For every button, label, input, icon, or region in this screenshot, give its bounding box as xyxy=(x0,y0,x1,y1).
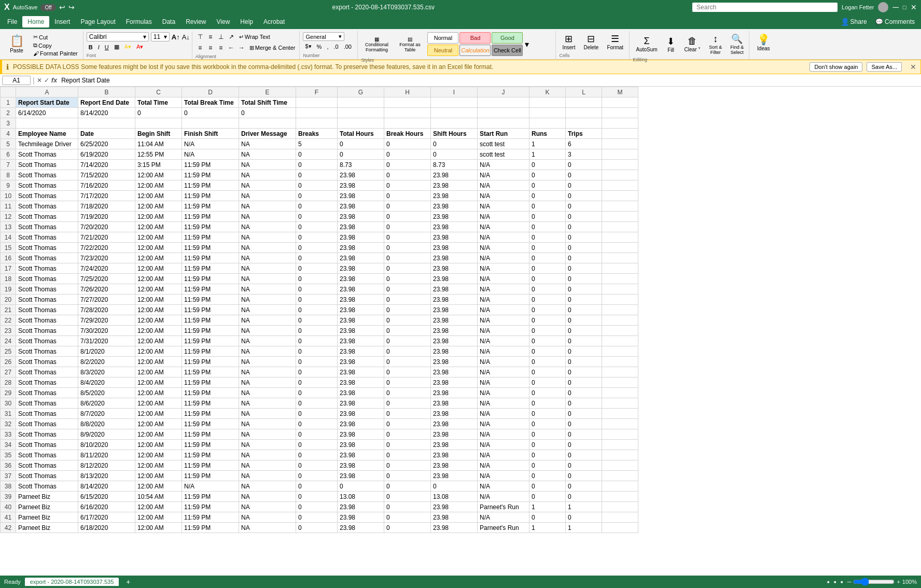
cell[interactable]: 0 xyxy=(566,201,602,212)
cell[interactable]: 12:00 AM xyxy=(135,398,182,409)
cell[interactable]: 0 xyxy=(296,232,338,243)
cell[interactable]: 11:59 PM xyxy=(182,398,239,409)
cell[interactable]: Break Hours xyxy=(384,129,431,139)
cell[interactable]: 8/10/2020 xyxy=(78,440,135,450)
cell[interactable]: 23.98 xyxy=(338,326,384,336)
cell[interactable]: 23.98 xyxy=(338,274,384,284)
cell[interactable]: 23.98 xyxy=(338,388,384,398)
search-input[interactable] xyxy=(692,3,838,12)
cell[interactable]: 0 xyxy=(566,388,602,398)
cell[interactable]: 0 xyxy=(384,284,431,295)
cell[interactable]: 0 xyxy=(529,460,566,471)
cell[interactable]: 0 xyxy=(529,357,566,367)
cell[interactable]: 8.73 xyxy=(431,160,478,170)
cell[interactable] xyxy=(16,118,78,129)
cell[interactable]: 11:59 PM xyxy=(182,212,239,222)
cell[interactable]: 23.98 xyxy=(431,471,478,481)
cell[interactable] xyxy=(296,97,338,108)
cell[interactable]: NA xyxy=(239,295,296,305)
cell[interactable]: 23.98 xyxy=(431,357,478,367)
cell[interactable]: N/A xyxy=(182,481,239,492)
cell[interactable] xyxy=(602,118,638,129)
cell[interactable]: Scott Thomas xyxy=(16,232,78,243)
cell[interactable]: Scott Thomas xyxy=(16,357,78,367)
cell-reference-box[interactable] xyxy=(2,76,31,85)
cell[interactable]: 0 xyxy=(384,471,431,481)
cell[interactable]: N/A xyxy=(478,440,529,450)
cell[interactable] xyxy=(529,97,566,108)
cell[interactable]: 0 xyxy=(566,471,602,481)
cell[interactable]: 6/17/2020 xyxy=(78,512,135,523)
cell[interactable]: 23.98 xyxy=(431,429,478,440)
cell[interactable]: 11:59 PM xyxy=(182,388,239,398)
cell[interactable]: 0 xyxy=(296,326,338,336)
col-header-c[interactable]: C xyxy=(135,87,182,97)
row-number[interactable]: 1 xyxy=(1,97,16,108)
cell[interactable]: 0 xyxy=(384,295,431,305)
row-number[interactable]: 12 xyxy=(1,212,16,222)
cell[interactable]: 0 xyxy=(529,419,566,429)
comments-btn[interactable]: 💬 Comments xyxy=(871,17,919,26)
row-number[interactable]: 5 xyxy=(1,139,16,149)
cell[interactable] xyxy=(602,97,638,108)
row-number[interactable]: 25 xyxy=(1,346,16,357)
style-check-cell-button[interactable]: Check Cell xyxy=(492,45,523,56)
cell[interactable]: 23.98 xyxy=(431,388,478,398)
text-direction-icon[interactable]: ↗ xyxy=(227,32,236,41)
cell[interactable]: Parneet Biz xyxy=(16,523,78,533)
cell[interactable]: 23.98 xyxy=(338,263,384,274)
cell[interactable]: 0 xyxy=(529,429,566,440)
cell[interactable]: Scott Thomas xyxy=(16,419,78,429)
cell[interactable]: 0 xyxy=(384,253,431,263)
cell[interactable]: 12:00 AM xyxy=(135,481,182,492)
col-header-j[interactable]: J xyxy=(478,87,529,97)
align-top-icon[interactable]: ⊤ xyxy=(196,32,205,41)
cell[interactable]: 0 xyxy=(529,326,566,336)
cell[interactable]: 23.98 xyxy=(338,367,384,377)
cell[interactable]: N/A xyxy=(478,284,529,295)
cell[interactable]: 7/23/2020 xyxy=(78,253,135,263)
format-button[interactable]: ☰ Format xyxy=(604,32,626,51)
cell[interactable]: NA xyxy=(239,232,296,243)
row-number[interactable]: 34 xyxy=(1,440,16,450)
cell[interactable]: 0 xyxy=(338,481,384,492)
row-number[interactable]: 13 xyxy=(1,222,16,232)
cell[interactable]: Total Shift Time xyxy=(239,97,296,108)
style-neutral-button[interactable]: Neutral xyxy=(427,45,458,56)
cell[interactable] xyxy=(602,149,638,160)
cell[interactable]: 23.98 xyxy=(431,315,478,326)
cell[interactable] xyxy=(602,492,638,502)
cell[interactable]: 0 xyxy=(296,315,338,326)
cell[interactable]: 0 xyxy=(566,274,602,284)
cell[interactable]: NA xyxy=(239,212,296,222)
cancel-formula-icon[interactable]: ✕ xyxy=(37,77,42,84)
cell[interactable]: 23.98 xyxy=(338,170,384,180)
cell[interactable]: Start Run xyxy=(478,129,529,139)
cell[interactable]: 0 xyxy=(529,212,566,222)
cell[interactable]: 12:00 AM xyxy=(135,377,182,388)
cell[interactable]: Scott Thomas xyxy=(16,253,78,263)
find-select-button[interactable]: 🔍 Find & Select xyxy=(727,32,747,56)
cell[interactable]: Parneet Biz xyxy=(16,502,78,512)
share-btn[interactable]: 👤 Share xyxy=(836,17,871,27)
cell[interactable]: 23.98 xyxy=(338,243,384,253)
cell[interactable]: 23.98 xyxy=(431,398,478,409)
cell[interactable] xyxy=(602,429,638,440)
style-bad-button[interactable]: Bad xyxy=(459,32,491,44)
cell[interactable]: 0 xyxy=(384,440,431,450)
cell[interactable]: 23.98 xyxy=(338,212,384,222)
cell[interactable]: Scott Thomas xyxy=(16,191,78,201)
row-number[interactable]: 24 xyxy=(1,336,16,346)
cell[interactable]: 23.98 xyxy=(431,191,478,201)
cell[interactable]: 8/3/2020 xyxy=(78,367,135,377)
cell[interactable]: 23.98 xyxy=(338,222,384,232)
cell[interactable]: 0 xyxy=(296,274,338,284)
cell[interactable]: 0 xyxy=(566,460,602,471)
cell[interactable]: 12:00 AM xyxy=(135,419,182,429)
cell[interactable]: 23.98 xyxy=(431,263,478,274)
cell[interactable]: N/A xyxy=(478,243,529,253)
formula-input[interactable] xyxy=(59,76,919,85)
cell[interactable]: 0 xyxy=(566,419,602,429)
cell[interactable]: 0 xyxy=(566,160,602,170)
cell[interactable]: Parneet's Run xyxy=(478,502,529,512)
